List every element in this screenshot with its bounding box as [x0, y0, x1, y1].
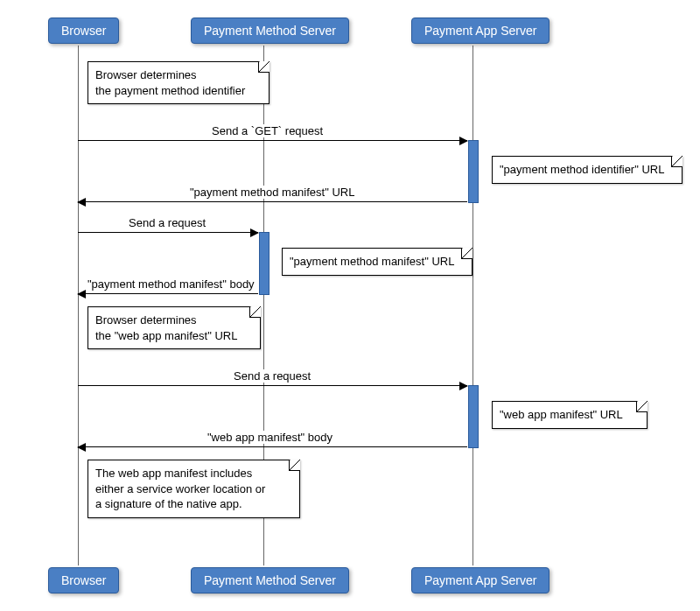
- arrow-wam-body: [78, 446, 467, 447]
- participant-pms-top: Payment Method Server: [191, 18, 349, 44]
- participant-label: Browser: [61, 573, 106, 587]
- arrow-send-request-pas: [78, 385, 467, 386]
- participant-label: Payment App Server: [424, 573, 536, 587]
- note-line: either a service worker location or: [95, 482, 265, 495]
- arrow-label: Send a `GET` request: [210, 124, 325, 137]
- activation-pas-2: [468, 385, 479, 448]
- note-browser-determines-wam: Browser determines the "web app manifest…: [88, 306, 261, 349]
- note-line: a signature of the native app.: [95, 497, 242, 510]
- arrow-label: Send a request: [232, 369, 312, 383]
- participant-pas-bottom: Payment App Server: [411, 567, 550, 593]
- activation-pas-1: [468, 140, 479, 203]
- participant-label: Payment App Server: [424, 24, 536, 38]
- arrow-pmm-body: [78, 293, 258, 294]
- arrow-label: "payment method manifest" URL: [188, 186, 356, 199]
- sequence-diagram: Browser Payment Method Server Payment Ap…: [0, 0, 700, 611]
- note-pmi-url: "payment method identifier" URL: [492, 156, 682, 184]
- note-line: "payment method manifest" URL: [290, 255, 454, 268]
- participant-browser-top: Browser: [48, 18, 119, 44]
- note-line: The web app manifest includes: [95, 467, 252, 480]
- note-pmm-url: "payment method manifest" URL: [282, 248, 472, 276]
- participant-pas-top: Payment App Server: [411, 18, 550, 44]
- arrow-send-request-pms: [78, 232, 258, 233]
- note-browser-determines-pmi: Browser determines the payment method id…: [88, 61, 270, 104]
- note-line: "payment method identifier" URL: [500, 163, 664, 176]
- arrow-pmm-url: [78, 201, 467, 202]
- note-line: Browser determines: [95, 68, 197, 81]
- participant-label: Payment Method Server: [204, 24, 336, 38]
- note-wam-includes: The web app manifest includes either a s…: [88, 460, 300, 518]
- participant-pms-bottom: Payment Method Server: [191, 567, 349, 593]
- lifeline-pas: [472, 46, 473, 565]
- arrow-label: "payment method manifest" body: [86, 277, 256, 291]
- note-line: Browser determines: [95, 313, 197, 327]
- participant-browser-bottom: Browser: [48, 567, 119, 593]
- arrow-get-request: [78, 140, 467, 141]
- note-line: "web app manifest" URL: [500, 408, 623, 421]
- participant-label: Browser: [61, 24, 106, 38]
- lifeline-browser: [78, 46, 79, 565]
- participant-label: Payment Method Server: [204, 573, 336, 587]
- note-line: the payment method identifier: [95, 84, 245, 97]
- note-wam-url: "web app manifest" URL: [492, 401, 648, 429]
- activation-pms-1: [259, 232, 270, 295]
- note-line: the "web app manifest" URL: [95, 329, 237, 342]
- arrow-label: Send a request: [127, 216, 207, 229]
- arrow-label: "web app manifest" body: [206, 431, 334, 444]
